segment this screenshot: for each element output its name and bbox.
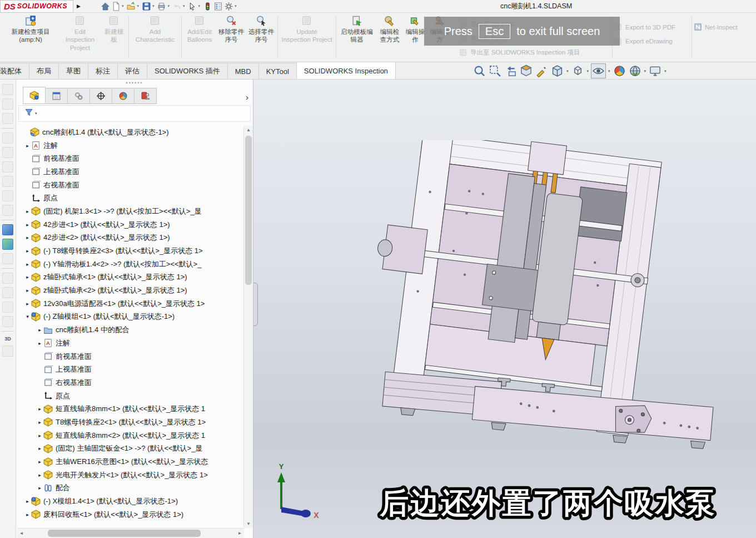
tree-item-label[interactable]: (固定) 主轴固定钣金<1> ->? (默认<<默认>_显	[56, 443, 202, 453]
panel-flyout-chevron-icon[interactable]: ›	[246, 92, 248, 102]
tree-item[interactable]: 前视基准面	[16, 152, 244, 165]
dropdown-caret-icon[interactable]: ▾	[198, 4, 200, 8]
dimxpertmanager-tab[interactable]	[89, 88, 112, 104]
tree-item[interactable]: ▸(-) T8螺母转换座2<3> (默认<<默认>_显示状态 1>	[16, 244, 244, 258]
dropdown-caret-icon[interactable]: ▾	[644, 69, 646, 73]
left-toolbar-icon[interactable]	[2, 287, 13, 298]
tree-item[interactable]: ▸42步进<2> (默认<<默认>_显示状态 1>)	[16, 231, 244, 245]
tree-filter-bar[interactable]: ▾	[18, 105, 251, 122]
tree-item-label[interactable]: 前视基准面	[56, 352, 92, 362]
scroll-right-arrow-icon[interactable]: ►	[236, 529, 244, 538]
tab-4[interactable]: 评估	[117, 63, 147, 79]
left-toolbar-icon[interactable]	[2, 239, 13, 250]
dropdown-caret-icon[interactable]: ▾	[235, 4, 237, 8]
tree-item-label[interactable]: cnc雕刻机1.4 (默认<默认_显示状态-1>)	[42, 127, 169, 137]
left-toolbar-icon[interactable]	[2, 224, 13, 235]
options-icon[interactable]	[213, 2, 223, 11]
tree-item[interactable]: 前视基准面	[16, 350, 244, 363]
tree-item-label[interactable]: 废料回收瓶<1> (默认<<默认>_显示状态 1>)	[43, 510, 183, 520]
tree-item-label[interactable]: (-) T8螺母转换座2<3> (默认<<默认>_显示状态 1>	[43, 246, 203, 256]
edit-appearance-icon[interactable]	[613, 64, 626, 78]
tree-item[interactable]: 原点	[16, 191, 244, 205]
dropdown-caret-icon[interactable]: ▾	[587, 69, 589, 73]
export-edrawing-button[interactable]: Export eDrawing	[614, 34, 690, 48]
zoom-to-fit-icon[interactable]	[472, 64, 486, 78]
expand-arrow-icon[interactable]: ▸	[24, 512, 31, 517]
tree-item[interactable]: ▸A注解	[16, 139, 244, 152]
dropdown-caret-icon[interactable]: ▾	[122, 4, 124, 8]
panel-drag-handle[interactable]: ••••••	[16, 79, 253, 87]
left-toolbar-icon[interactable]	[2, 176, 13, 187]
tree-item-label[interactable]: 配合	[56, 483, 70, 493]
tree-item-label[interactable]: (-) Z轴模组<1> (默认<默认_显示状态-1>)	[43, 312, 175, 322]
tree-item[interactable]: ▸(-) X模组1.4<1> (默认<默认_显示状态-1>)	[16, 495, 244, 508]
settings-icon[interactable]	[224, 2, 233, 11]
tree-item[interactable]: ▸12v30a电源适配器<1> (默认<<默认>_显示状态 1>	[16, 297, 244, 310]
tab-6[interactable]: MBD	[227, 63, 259, 79]
export-inspection-project-button[interactable]: 导出至 SOLIDWORKS Inspection 项目	[459, 46, 610, 60]
expand-arrow-icon[interactable]: ▸	[24, 143, 31, 149]
expand-arrow-icon[interactable]: ▸	[24, 301, 31, 307]
dropdown-caret-icon[interactable]: ▾	[664, 69, 667, 73]
left-toolbar-icon[interactable]	[2, 345, 13, 357]
tree-item-label[interactable]: cnc雕刻机1.4 中的配合	[56, 325, 130, 335]
horizontal-scroll-thumb[interactable]	[48, 530, 201, 537]
section-view-icon[interactable]	[519, 64, 533, 78]
tab-0[interactable]: 装配体	[0, 63, 29, 79]
tree-item[interactable]: ▾(-) Z轴模组<1> (默认<默认_显示状态-1>)	[16, 310, 244, 324]
left-toolbar-icon[interactable]	[2, 132, 13, 144]
featuremanager-tab[interactable]	[23, 87, 46, 104]
dropdown-caret-icon[interactable]: ▾	[608, 69, 610, 73]
expand-arrow-icon[interactable]: ▸	[24, 235, 31, 240]
tree-item-label[interactable]: z轴卧式轴承<2> (默认<<默认>_显示状态 1>)	[43, 285, 187, 295]
tree-item[interactable]: ▸(固定) 机架1.3<1> ->? (默认<按加工><<默认>_显	[16, 205, 244, 218]
update-inspection-project-button[interactable]: Update Inspection Project	[280, 12, 334, 62]
vertical-scroll-thumb[interactable]	[245, 136, 252, 285]
expand-arrow-icon[interactable]: ▸	[24, 209, 31, 214]
left-toolbar-icon[interactable]	[2, 302, 13, 313]
tree-item[interactable]: ▸光电开关触发片<1> (默认<<默认>_显示状态 1>	[16, 468, 244, 482]
dropdown-caret-icon[interactable]: ▾	[167, 4, 170, 8]
tree-item[interactable]: ▸短直线轴承8mm<2> (默认<<默认>_显示状态 1	[16, 429, 244, 442]
expand-arrow-icon[interactable]: ▸	[24, 274, 31, 280]
configurationmanager-tab[interactable]	[67, 88, 90, 104]
dropdown-caret-icon[interactable]: ▾	[152, 4, 155, 8]
dropdown-caret-icon[interactable]: ▾	[183, 4, 185, 8]
panel-splitter-handle[interactable]	[253, 283, 258, 326]
tree-item-label[interactable]: 主轴WER16示意图<1> (默认<<默认>_显示状态	[56, 457, 208, 467]
tree-item-label[interactable]: (-) X模组1.4<1> (默认<默认_显示状态-1>)	[43, 496, 178, 506]
tree-item[interactable]: ▸42步进<1> (默认<<默认>_显示状态 1>)	[16, 218, 244, 231]
tree-item[interactable]: ▸(-) Y轴滑动板1.4<2> ->? (默认<按加工><<默认>_	[16, 258, 244, 271]
left-toolbar-icon[interactable]	[2, 113, 13, 124]
tree-item[interactable]: ▸配合	[16, 482, 244, 495]
tree-item-label[interactable]: 短直线轴承8mm<1> (默认<<默认>_显示状态 1	[56, 404, 205, 414]
tree-item-label[interactable]: 原点	[43, 193, 58, 203]
tree-item[interactable]: 上视基准面	[16, 363, 244, 376]
edit-inspection-method-button[interactable]: 编辑检查方式	[376, 12, 403, 62]
tree-item[interactable]: ▸A注解	[16, 337, 244, 350]
display-style-icon[interactable]	[571, 64, 585, 78]
scroll-down-arrow-icon[interactable]: ▼	[244, 520, 253, 528]
displaymanager-tab[interactable]	[112, 88, 135, 104]
add-edit-balloons-button[interactable]: Add/Edit Balloons	[184, 12, 215, 62]
export-3d-pdf-button[interactable]: Export to 3D PDF	[614, 20, 690, 34]
tree-item[interactable]: ▸(固定) 主轴固定钣金<1> ->? (默认<<默认>_显	[16, 442, 244, 456]
tree-item[interactable]: ▸主轴WER16示意图<1> (默认<<默认>_显示状态	[16, 455, 244, 468]
expand-arrow-icon[interactable]: ▸	[36, 419, 43, 425]
scroll-up-arrow-icon[interactable]: ▲	[244, 126, 253, 134]
expand-arrow-icon[interactable]: ▸	[36, 472, 43, 478]
expand-arrow-icon[interactable]: ▾	[24, 314, 31, 319]
expand-arrow-icon[interactable]: ▸	[24, 288, 31, 293]
tree-item-label[interactable]: 短直线轴承8mm<2> (默认<<默认>_显示状态 1	[56, 431, 205, 441]
tree-item-label[interactable]: 前视基准面	[43, 154, 79, 164]
expand-arrow-icon[interactable]: ▸	[36, 446, 43, 451]
rebuild-icon[interactable]	[203, 2, 212, 11]
home-icon[interactable]	[101, 2, 110, 11]
left-toolbar-icon[interactable]	[2, 253, 13, 264]
dropdown-caret-icon[interactable]: ▾	[137, 4, 139, 8]
print-icon[interactable]	[157, 2, 166, 11]
tree-item-label[interactable]: 12v30a电源适配器<1> (默认<<默认>_显示状态 1>	[43, 299, 205, 309]
tree-item[interactable]: ▸短直线轴承8mm<1> (默认<<默认>_显示状态 1	[16, 402, 244, 416]
edit-operation-button[interactable]: 编辑操作	[404, 12, 426, 62]
expand-arrow-icon[interactable]: ▸	[24, 222, 31, 228]
